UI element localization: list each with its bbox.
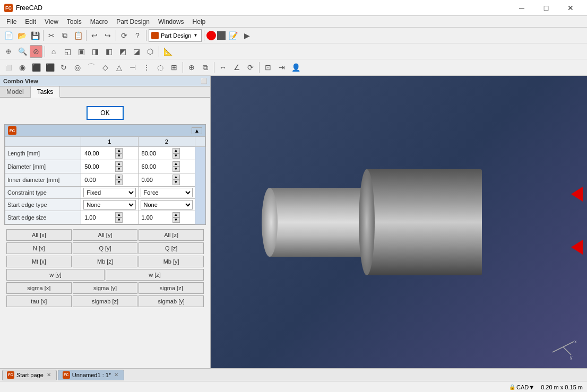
start-edge-size-down-2[interactable]: ▼ bbox=[172, 217, 180, 223]
refresh-view-btn[interactable]: ⟳ bbox=[244, 61, 257, 74]
zoom-fit-btn[interactable]: ⊕ bbox=[2, 45, 15, 58]
menu-windows[interactable]: Windows bbox=[154, 17, 188, 27]
menu-part-design[interactable]: Part Design bbox=[112, 17, 154, 27]
measure-angular-btn[interactable]: ∠ bbox=[230, 61, 243, 74]
person-btn[interactable]: 👤 bbox=[289, 61, 302, 74]
q-y-button[interactable]: Q [y] bbox=[73, 242, 138, 254]
diameter-up-1[interactable]: ▲ bbox=[115, 161, 123, 167]
tab-unnamed1[interactable]: FC Unnamed1 : 1* ✕ bbox=[58, 370, 124, 380]
fc-panel-scroll-up[interactable]: ▲ bbox=[192, 127, 202, 134]
draw-style-btn[interactable]: ⊘ bbox=[30, 45, 42, 58]
unnamed1-close[interactable]: ✕ bbox=[113, 372, 119, 378]
menu-file[interactable]: File bbox=[2, 17, 21, 27]
view-right-btn[interactable]: ◨ bbox=[89, 45, 101, 58]
cut-button[interactable]: ✂ bbox=[45, 29, 58, 42]
view-top-btn[interactable]: ▣ bbox=[75, 45, 88, 58]
pad-btn[interactable]: ⬛ bbox=[30, 61, 42, 74]
n-x-button[interactable]: N [x] bbox=[6, 242, 72, 254]
mb-z-button[interactable]: Mb [z] bbox=[73, 256, 138, 267]
inner-diameter-down-2[interactable]: ▼ bbox=[172, 180, 180, 185]
minimize-button[interactable]: ─ bbox=[510, 0, 534, 16]
start-edge-size-down-1[interactable]: ▼ bbox=[115, 217, 123, 223]
close-button[interactable]: ✕ bbox=[558, 0, 583, 16]
start-page-close[interactable]: ✕ bbox=[46, 372, 52, 378]
play-macro-button[interactable]: ▶ bbox=[240, 29, 253, 42]
start-edge-size-up-1[interactable]: ▲ bbox=[115, 212, 123, 217]
inner-diameter-input-1[interactable] bbox=[83, 176, 115, 184]
fillet-btn[interactable]: ⌒ bbox=[85, 61, 98, 74]
measure-linear-btn[interactable]: ↔ bbox=[217, 61, 229, 74]
tab-start-page[interactable]: FC Start page ✕ bbox=[2, 370, 57, 380]
body-btn[interactable]: ◉ bbox=[16, 61, 29, 74]
constraint-type-select-1[interactable]: Fixed Force Displacement Pressure bbox=[83, 188, 135, 197]
w-y-button[interactable]: w [y] bbox=[6, 269, 105, 281]
chamfer-btn[interactable]: ◇ bbox=[99, 61, 111, 74]
export-btn[interactable]: ⇥ bbox=[275, 61, 288, 74]
length-up-2[interactable]: ▲ bbox=[172, 148, 180, 153]
maximize-button[interactable]: □ bbox=[534, 0, 558, 16]
start-edge-type-select-1[interactable]: None Clamp Hinge Free bbox=[83, 200, 135, 210]
sigmab-z-button[interactable]: sigmab [z] bbox=[73, 295, 138, 307]
record-button[interactable] bbox=[206, 31, 216, 40]
tab-model[interactable]: Model bbox=[0, 86, 31, 97]
tau-x-button[interactable]: tau [x] bbox=[6, 295, 72, 307]
mirrored-btn[interactable]: ⊣ bbox=[126, 61, 139, 74]
save-button[interactable]: 💾 bbox=[29, 29, 41, 42]
linearpattern-btn[interactable]: ⋮ bbox=[140, 61, 153, 74]
diameter-input-2[interactable] bbox=[141, 163, 172, 170]
view-home-btn[interactable]: ⌂ bbox=[47, 45, 60, 58]
clone-btn[interactable]: ⧉ bbox=[199, 61, 212, 74]
sigma-x-button[interactable]: sigma [x] bbox=[6, 282, 72, 294]
zoom-btn[interactable]: 🔍 bbox=[16, 45, 29, 58]
all-z-button[interactable]: All [z] bbox=[139, 229, 204, 241]
sketch-btn[interactable]: ⬜ bbox=[2, 61, 15, 74]
pocket-btn[interactable]: ⬛ bbox=[44, 61, 56, 74]
q-z-button[interactable]: Q [z] bbox=[139, 242, 204, 254]
revolve-btn[interactable]: ↻ bbox=[57, 61, 70, 74]
mb-y-button[interactable]: Mb [y] bbox=[139, 256, 204, 267]
open-button[interactable]: 📂 bbox=[15, 29, 28, 42]
ok-button[interactable]: OK bbox=[87, 106, 123, 120]
data-table-container[interactable]: 1 2 Length [mm] bbox=[5, 136, 205, 224]
diameter-input-1[interactable] bbox=[83, 163, 115, 170]
mt-x-button[interactable]: Mt [x] bbox=[6, 256, 72, 267]
tab-tasks[interactable]: Tasks bbox=[31, 86, 61, 98]
inner-diameter-up-1[interactable]: ▲ bbox=[115, 175, 123, 180]
undo-button[interactable]: ↩ bbox=[88, 29, 101, 42]
stop-button[interactable] bbox=[217, 31, 226, 40]
copy-button[interactable]: ⧉ bbox=[58, 29, 71, 42]
length-up-1[interactable]: ▲ bbox=[115, 148, 123, 153]
length-input-2[interactable] bbox=[141, 150, 172, 157]
length-down-2[interactable]: ▼ bbox=[172, 153, 180, 159]
diameter-up-2[interactable]: ▲ bbox=[172, 161, 180, 167]
diameter-down-1[interactable]: ▼ bbox=[115, 167, 123, 172]
constraint-type-select-2[interactable]: Fixed Force Displacement Pressure bbox=[141, 188, 193, 197]
start-edge-size-up-2[interactable]: ▲ bbox=[172, 212, 180, 217]
w-z-button[interactable]: w [z] bbox=[106, 269, 204, 281]
menu-macro[interactable]: Macro bbox=[86, 17, 112, 27]
all-y-button[interactable]: All [y] bbox=[73, 229, 138, 241]
menu-edit[interactable]: Edit bbox=[21, 17, 40, 27]
sigmab-y-button[interactable]: sigmab [y] bbox=[139, 295, 204, 307]
panel-content[interactable]: OK FC ▲ 1 bbox=[0, 98, 210, 368]
cad-label[interactable]: CAD▼ bbox=[516, 384, 534, 390]
paste-button[interactable]: 📋 bbox=[72, 29, 84, 42]
polarpattern-btn[interactable]: ◌ bbox=[154, 61, 167, 74]
view-left-btn[interactable]: ◪ bbox=[130, 45, 143, 58]
length-input-1[interactable] bbox=[83, 150, 115, 157]
measure-btn[interactable]: 📐 bbox=[161, 45, 174, 58]
help-button[interactable]: ? bbox=[131, 29, 144, 42]
sigma-z-button[interactable]: sigma [z] bbox=[139, 282, 204, 294]
redo-button[interactable]: ↪ bbox=[101, 29, 114, 42]
menu-help[interactable]: Help bbox=[188, 17, 210, 27]
sigma-y-button[interactable]: sigma [y] bbox=[73, 282, 138, 294]
start-edge-type-select-2[interactable]: None Clamp Hinge Free bbox=[141, 200, 193, 210]
inner-diameter-down-1[interactable]: ▼ bbox=[115, 180, 123, 185]
diameter-down-2[interactable]: ▼ bbox=[172, 167, 180, 172]
all-x-button[interactable]: All [x] bbox=[6, 229, 72, 241]
view-rear-btn[interactable]: ◧ bbox=[102, 45, 115, 58]
workbench-dropdown[interactable]: Part Design ▼ bbox=[149, 29, 202, 42]
viewport[interactable]: x y bbox=[211, 76, 587, 368]
start-edge-size-input-2[interactable] bbox=[141, 214, 172, 221]
multitransform-btn[interactable]: ⊞ bbox=[168, 61, 180, 74]
